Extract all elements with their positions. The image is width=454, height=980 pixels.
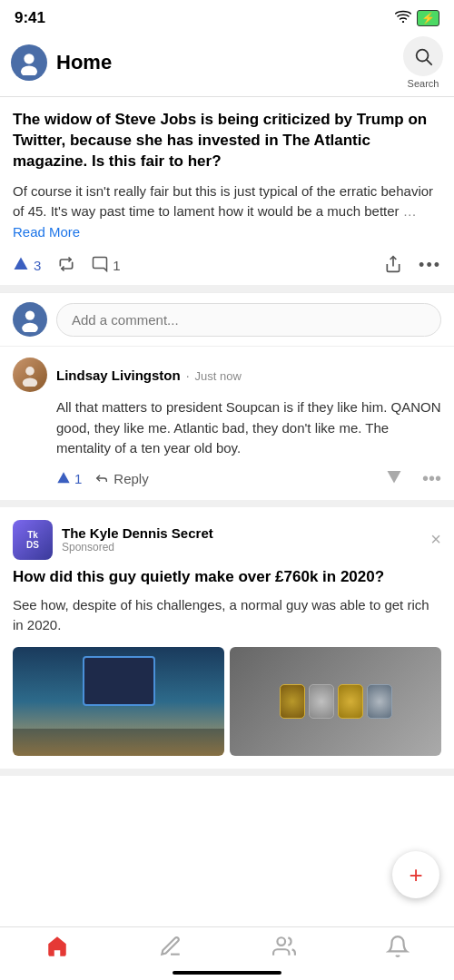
home-icon bbox=[45, 935, 69, 962]
comment-more-button[interactable]: ••• bbox=[422, 468, 441, 489]
share-button[interactable] bbox=[384, 255, 402, 276]
ad-sponsored-label: Sponsored bbox=[62, 541, 213, 554]
post-title: The widow of Steve Jobs is being critici… bbox=[13, 110, 441, 172]
more-dots-icon: ••• bbox=[419, 256, 441, 275]
svg-point-1 bbox=[24, 54, 34, 64]
ad-logo: Tk DS bbox=[13, 520, 53, 560]
ad-image-left[interactable] bbox=[13, 647, 224, 756]
header-left: Home bbox=[11, 44, 112, 81]
ad-header: Tk DS The Kyle Dennis Secret Sponsored × bbox=[13, 520, 441, 560]
more-options-button[interactable]: ••• bbox=[419, 256, 441, 275]
bell-icon bbox=[386, 935, 410, 962]
wifi-icon bbox=[395, 10, 411, 26]
post-actions: 3 1 bbox=[13, 246, 441, 285]
ad-close-button[interactable]: × bbox=[430, 529, 441, 550]
svg-point-2 bbox=[21, 66, 37, 76]
repost-icon bbox=[57, 256, 75, 275]
read-more-link[interactable]: Read More bbox=[13, 224, 80, 240]
nav-edit[interactable] bbox=[114, 935, 227, 962]
current-user-avatar bbox=[13, 302, 47, 337]
comment-dot: · bbox=[186, 368, 190, 383]
svg-marker-12 bbox=[387, 471, 400, 484]
upvote-count: 3 bbox=[34, 258, 41, 273]
comment-actions: 1 Reply ••• bbox=[56, 468, 441, 489]
search-label: Search bbox=[408, 78, 439, 89]
comment-icon bbox=[92, 256, 108, 275]
comment-section: Lindsay Livingston · Just now All that m… bbox=[0, 347, 454, 507]
comment-input[interactable] bbox=[56, 303, 441, 337]
comment-meta: Lindsay Livingston · Just now bbox=[56, 368, 242, 383]
status-icons: ⚡ bbox=[395, 10, 439, 26]
nav-people[interactable] bbox=[227, 935, 340, 962]
comment-upvote-count: 1 bbox=[74, 471, 82, 486]
search-button[interactable]: Search bbox=[403, 36, 443, 89]
monitor-stand bbox=[13, 729, 224, 756]
ad-card: Tk DS The Kyle Dennis Secret Sponsored ×… bbox=[0, 507, 454, 776]
reply-label: Reply bbox=[114, 471, 148, 486]
share-icon bbox=[384, 255, 402, 276]
upvote-button[interactable]: 3 bbox=[13, 256, 41, 275]
fab-plus-icon: + bbox=[409, 861, 422, 889]
header: Home Search bbox=[0, 31, 454, 97]
commenter-avatar bbox=[13, 358, 47, 392]
page-title: Home bbox=[56, 51, 112, 74]
fab-button[interactable]: + bbox=[392, 851, 439, 898]
svg-marker-5 bbox=[15, 258, 28, 270]
status-time: 9:41 bbox=[15, 9, 45, 27]
nav-notifications[interactable] bbox=[340, 935, 454, 962]
ad-brand-name: The Kyle Dennis Secret bbox=[62, 525, 213, 541]
battery-icon: ⚡ bbox=[417, 10, 439, 26]
post-card: The widow of Steve Jobs is being critici… bbox=[0, 97, 454, 292]
ad-brand: Tk DS The Kyle Dennis Secret Sponsored bbox=[13, 520, 213, 560]
svg-point-9 bbox=[25, 367, 35, 376]
header-avatar bbox=[11, 44, 47, 81]
ad-brand-info: The Kyle Dennis Secret Sponsored bbox=[62, 525, 213, 554]
svg-point-8 bbox=[22, 323, 38, 332]
comment-count: 1 bbox=[113, 258, 120, 273]
watches-decoration bbox=[280, 684, 392, 719]
ad-images bbox=[13, 647, 441, 756]
nav-home[interactable] bbox=[0, 935, 114, 962]
comment-button[interactable]: 1 bbox=[92, 256, 120, 275]
comment-time: Just now bbox=[195, 369, 242, 383]
ad-title: How did this guy quietly make over £760k… bbox=[13, 567, 441, 588]
svg-point-10 bbox=[23, 378, 37, 387]
comment-input-row bbox=[0, 292, 454, 347]
home-indicator bbox=[173, 971, 281, 975]
comment-downvote-button[interactable] bbox=[386, 468, 402, 489]
monitor-decoration bbox=[83, 656, 155, 706]
edit-icon bbox=[159, 935, 183, 962]
upvote-icon bbox=[13, 256, 29, 275]
ad-body: See how, despite of his challenges, a no… bbox=[13, 595, 441, 636]
ad-image-right[interactable] bbox=[230, 647, 441, 756]
svg-point-0 bbox=[402, 21, 404, 23]
comment-upvote-button[interactable]: 1 bbox=[56, 471, 82, 486]
post-body: Of course it isn't really fair but this … bbox=[13, 181, 441, 243]
svg-point-7 bbox=[25, 311, 35, 320]
comment-header: Lindsay Livingston · Just now bbox=[13, 358, 441, 392]
people-icon bbox=[272, 935, 296, 962]
comment-body: All that matters to president Soupcan is… bbox=[56, 397, 441, 459]
svg-line-4 bbox=[427, 60, 431, 64]
comment-author: Lindsay Livingston bbox=[56, 368, 181, 383]
repost-button[interactable] bbox=[57, 256, 75, 275]
comment-reply-button[interactable]: Reply bbox=[94, 471, 148, 486]
search-icon-circle bbox=[403, 36, 443, 76]
svg-marker-11 bbox=[57, 473, 69, 484]
svg-point-13 bbox=[277, 937, 285, 946]
status-bar: 9:41 ⚡ bbox=[0, 0, 454, 31]
